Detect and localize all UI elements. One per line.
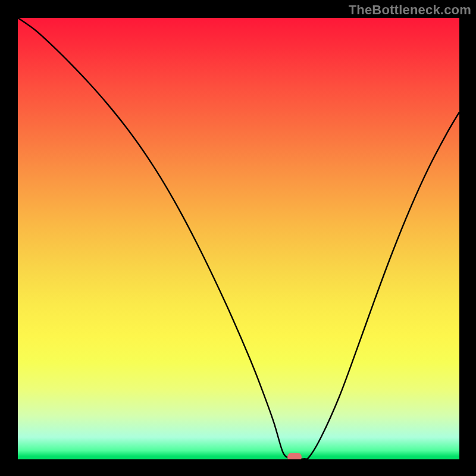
chart-container: TheBottleneck.com [0,0,476,476]
bottleneck-curve [18,18,459,459]
watermark-text: TheBottleneck.com [349,2,471,18]
curve-path [18,18,459,459]
optimum-marker [287,453,302,459]
plot-area [18,18,459,459]
